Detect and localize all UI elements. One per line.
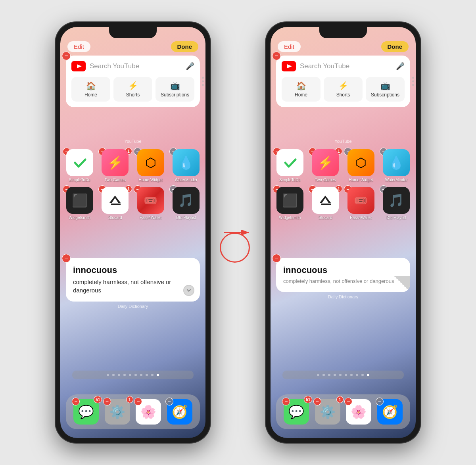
- right-edit-button[interactable]: Edit: [278, 41, 301, 52]
- dot-2: [112, 374, 115, 376]
- right-yt-home-label: Home: [295, 92, 307, 98]
- widgetsmith-label-right: Widgetsmith: [279, 215, 301, 220]
- app-pass4wallet-right[interactable]: − 🎟️ Pass4Wallet: [345, 187, 376, 220]
- settings-badge-left: 1: [126, 396, 133, 403]
- notch-right: [319, 27, 367, 38]
- left-yt-search-text[interactable]: Search YouTube: [90, 62, 182, 70]
- app-waterminder-left[interactable]: − 💧 WaterMinder: [171, 149, 202, 182]
- dock-safari-left[interactable]: − 🧭: [167, 399, 192, 425]
- left-yt-subs-icon: 📺: [170, 81, 180, 90]
- widgetsmith-icon-right: ⬛: [276, 187, 303, 214]
- left-dict-widget[interactable]: innocuous completely harmless, not offen…: [66, 258, 200, 302]
- messages-badge-right: 51: [304, 396, 312, 403]
- right-app-grid: − SimpleToDo − 1 ⚡ Two Games: [274, 149, 412, 220]
- dtdplaylist-label-right: Dtd Playlist: [386, 215, 406, 220]
- dock-settings-left[interactable]: − 1 ⚙️: [105, 399, 130, 425]
- right-yt-subs[interactable]: 📺 Subscriptions: [366, 77, 405, 102]
- waterminder-label-right: WaterMinder: [385, 178, 408, 182]
- left-youtube-widget[interactable]: − Search YouTube 🎤 🏠: [66, 56, 200, 107]
- app-homewidget-right[interactable]: − ⬡ Home Widget: [345, 149, 376, 182]
- twogames-label-left: Two Games: [105, 178, 126, 182]
- left-dict-scroll-btn[interactable]: [183, 285, 194, 296]
- left-yt-scroll-dots: [202, 77, 204, 86]
- right-page-dots: [282, 371, 404, 379]
- left-yt-widget-label: YouTube: [60, 139, 205, 144]
- left-yt-home[interactable]: 🏠 Home: [71, 77, 110, 102]
- app-twogames-right[interactable]: − 1 ⚡ Two Games: [310, 149, 341, 182]
- left-yt-widget-remove[interactable]: −: [62, 52, 71, 60]
- app-waterminder-right[interactable]: − 💧 WaterMinder: [381, 149, 412, 182]
- dtdplaylist-icon-right: 🎵: [383, 187, 410, 214]
- app-dtdplaylist-right[interactable]: − 🎵 Dtd Playlist: [381, 187, 412, 220]
- app-widgetsmith-left[interactable]: − ⬛ Widgetsmith: [64, 187, 95, 220]
- dock-photos-right[interactable]: − 🌸: [346, 399, 371, 425]
- dock-messages-left[interactable]: − 51 💬: [73, 399, 99, 425]
- right-yt-subs-icon: 📺: [380, 81, 390, 90]
- app-stocard-right[interactable]: − 1 Stocard: [310, 187, 341, 220]
- notch-left: [109, 27, 157, 38]
- simpletodo-icon-right: [276, 149, 303, 176]
- app-pass4wallet-left[interactable]: − 🎟️ Pass4Wallet: [135, 187, 166, 220]
- messages-badge-left: 51: [94, 396, 102, 403]
- left-yt-subs[interactable]: 📺 Subscriptions: [155, 77, 194, 102]
- right-dict-widget[interactable]: innocuous completely harmless, not offen…: [276, 258, 410, 292]
- left-dict-scroll: [183, 285, 194, 296]
- safari-remove-right[interactable]: −: [376, 398, 384, 405]
- settings-remove-right[interactable]: −: [313, 398, 321, 405]
- left-phone: Edit Done − Search YouTube: [56, 22, 210, 443]
- dot-4: [123, 374, 126, 376]
- left-dict-widget-remove[interactable]: −: [62, 254, 71, 263]
- twogames-label-right: Two Games: [315, 178, 336, 182]
- right-done-button[interactable]: Done: [381, 41, 409, 52]
- left-mic-icon[interactable]: 🎤: [186, 62, 194, 71]
- app-simpletodo-left[interactable]: − SimpleToDo: [64, 149, 95, 182]
- safari-remove-left[interactable]: −: [165, 398, 173, 405]
- right-mic-icon[interactable]: 🎤: [396, 62, 405, 71]
- left-yt-shorts[interactable]: ⚡ Shorts: [113, 77, 152, 102]
- dock-safari-right[interactable]: − 🧭: [377, 399, 403, 425]
- right-yt-widget-remove[interactable]: −: [272, 52, 281, 60]
- right-yt-home[interactable]: 🏠 Home: [282, 77, 321, 102]
- left-page-dots: [72, 371, 194, 379]
- dock-photos-left[interactable]: − 🌸: [136, 399, 161, 425]
- waterminder-icon-right: 💧: [383, 149, 410, 176]
- dock-messages-right[interactable]: − 51 💬: [284, 399, 309, 425]
- pass4wallet-label-left: Pass4Wallet: [140, 215, 161, 220]
- scroll-dot-1: [202, 77, 204, 79]
- widgetsmith-label-left: Widgetsmith: [69, 215, 90, 220]
- left-dock: − 51 💬 − 1 ⚙️: [66, 394, 200, 429]
- app-simpletodo-right[interactable]: − SimpleToDo: [274, 149, 305, 182]
- dot-5: [129, 374, 131, 376]
- scroll-dot-2: [202, 81, 204, 83]
- left-yt-search-row: Search YouTube 🎤: [71, 61, 194, 71]
- left-top-bar: Edit Done: [60, 41, 205, 52]
- dtdplaylist-icon-left: 🎵: [173, 187, 200, 214]
- dock-settings-right[interactable]: − 1 ⚙️: [315, 399, 340, 425]
- right-youtube-widget[interactable]: − Search YouTube 🎤 🏠: [276, 56, 410, 107]
- right-yt-search-text[interactable]: Search YouTube: [300, 62, 392, 70]
- app-widgetsmith-right[interactable]: − ⬛ Widgetsmith: [274, 187, 305, 220]
- twogames-icon-right: ⚡: [312, 149, 339, 176]
- stocard-icon-left: [102, 187, 129, 214]
- pass4wallet-icon-left: 🎟️: [137, 187, 164, 214]
- app-twogames-left[interactable]: − 1 ⚡ Two Games: [100, 149, 131, 182]
- app-homewidget-left[interactable]: − ⬡ Home Widget: [135, 149, 166, 182]
- right-yt-shorts[interactable]: ⚡ Shorts: [324, 77, 363, 102]
- left-yt-shorts-icon: ⚡: [128, 81, 138, 90]
- left-edit-button[interactable]: Edit: [67, 41, 90, 52]
- stocard-icon-right: [312, 187, 339, 214]
- right-dict-widget-remove[interactable]: −: [272, 254, 281, 263]
- app-dtdplaylist-left[interactable]: − 🎵 Dtd Playlist: [171, 187, 202, 220]
- right-dict-widget-container: − innocuous completely harmless, not off…: [276, 258, 410, 299]
- settings-badge-right: 1: [336, 396, 344, 403]
- left-screen: Edit Done − Search YouTube: [60, 27, 205, 438]
- app-stocard-left[interactable]: − 1 Stocard: [100, 187, 131, 220]
- right-dict-def: completely harmless, not offensive or da…: [283, 278, 403, 285]
- scroll-dot-3: [202, 84, 204, 86]
- dtdplaylist-label-left: Dtd Playlist: [176, 215, 196, 220]
- left-done-button[interactable]: Done: [171, 41, 199, 52]
- right-yt-scroll-dots: [412, 77, 414, 86]
- widgetsmith-icon-left: ⬛: [66, 187, 93, 214]
- phones-container: Edit Done − Search YouTube: [56, 22, 420, 443]
- settings-remove-left[interactable]: −: [103, 398, 111, 405]
